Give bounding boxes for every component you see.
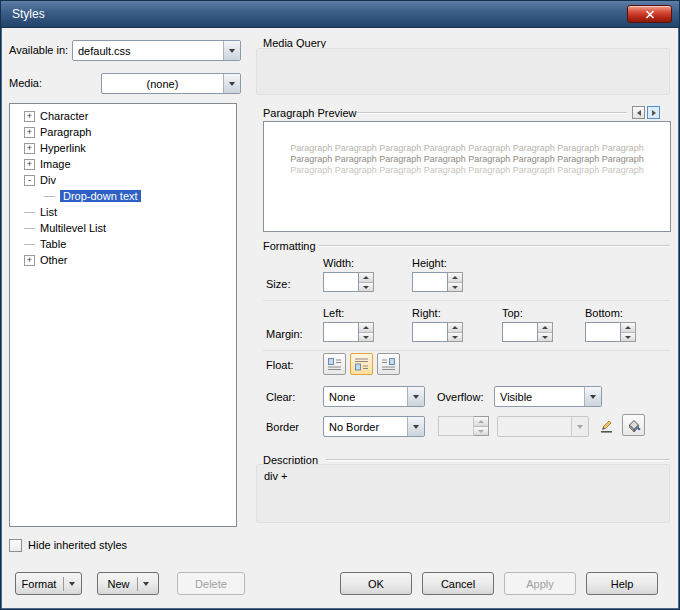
spin-down-icon[interactable] xyxy=(359,283,373,292)
spin-down-icon xyxy=(474,427,488,436)
expand-plus-icon[interactable]: + xyxy=(24,255,35,266)
width-label: Width: xyxy=(323,257,354,269)
paragraph-preview-box: Paragraph Paragraph Paragraph Paragraph … xyxy=(263,121,671,232)
available-in-value: default.css xyxy=(73,45,223,57)
new-button[interactable]: New xyxy=(97,572,159,595)
spin-up-icon[interactable] xyxy=(621,323,635,333)
tree-item-div[interactable]: - Div xyxy=(10,172,236,188)
tree-item-label: Hyperlink xyxy=(40,142,86,154)
tree-item-other[interactable]: + Other xyxy=(10,252,236,268)
tree-item-label: List xyxy=(40,206,57,218)
chevron-down-icon[interactable] xyxy=(584,387,601,406)
paint-bucket-icon xyxy=(626,418,641,433)
margin-right-field[interactable] xyxy=(412,322,448,342)
cancel-button[interactable]: Cancel xyxy=(422,572,494,595)
border-label: Border xyxy=(266,421,299,433)
title-bar[interactable]: Styles xyxy=(1,1,679,28)
margin-bottom-field[interactable] xyxy=(585,322,621,342)
chevron-down-icon[interactable] xyxy=(223,41,240,60)
expand-plus-icon[interactable]: + xyxy=(24,159,35,170)
spin-up-icon[interactable] xyxy=(538,323,552,333)
spin-up-icon xyxy=(474,417,488,427)
float-none-button[interactable] xyxy=(350,353,373,375)
float-label: Float: xyxy=(266,359,294,371)
tree-connector xyxy=(24,244,35,245)
clear-label: Clear: xyxy=(266,391,295,403)
close-button[interactable] xyxy=(627,5,672,23)
margin-left-field[interactable] xyxy=(323,322,359,342)
tree-item-character[interactable]: + Character xyxy=(10,108,236,124)
border-style-select[interactable]: No Border xyxy=(323,416,425,437)
chevron-down-icon xyxy=(143,582,149,586)
margin-bottom-spinner xyxy=(621,322,636,342)
spin-up-icon[interactable] xyxy=(448,323,462,333)
margin-right-spinner xyxy=(448,322,463,342)
tree-item-multilevel-list[interactable]: Multilevel List xyxy=(10,220,236,236)
spin-down-icon[interactable] xyxy=(448,333,462,342)
tree-item-label-selected: Drop-down text xyxy=(60,190,141,202)
ok-button[interactable]: OK xyxy=(340,572,412,595)
tree-item-paragraph[interactable]: + Paragraph xyxy=(10,124,236,140)
cancel-button-label: Cancel xyxy=(441,578,475,590)
spin-down-icon[interactable] xyxy=(359,333,373,342)
overflow-value: Visible xyxy=(495,391,584,403)
preview-next-button[interactable] xyxy=(647,106,660,119)
chevron-down-icon[interactable] xyxy=(223,74,240,93)
float-left-button[interactable] xyxy=(323,353,346,375)
spin-up-icon[interactable] xyxy=(359,323,373,333)
spin-up-icon[interactable] xyxy=(448,273,462,283)
margin-left-label: Left: xyxy=(323,307,344,319)
expand-plus-icon[interactable]: + xyxy=(24,111,35,122)
chevron-left-icon xyxy=(637,110,641,116)
spin-up-icon[interactable] xyxy=(359,273,373,283)
width-input xyxy=(323,272,374,292)
format-button[interactable]: Format xyxy=(15,572,82,595)
row-divider xyxy=(263,350,670,351)
tree-item-table[interactable]: Table xyxy=(10,236,236,252)
float-right-button[interactable] xyxy=(377,353,400,375)
media-label: Media: xyxy=(9,77,42,89)
styles-tree: + Character + Paragraph + Hyperlink + Im… xyxy=(9,103,237,527)
chevron-down-icon[interactable] xyxy=(407,417,424,436)
expand-plus-icon[interactable]: + xyxy=(24,143,35,154)
available-in-select[interactable]: default.css xyxy=(72,40,241,61)
group-divider xyxy=(357,112,627,114)
margin-bottom-input xyxy=(585,322,636,342)
overflow-select[interactable]: Visible xyxy=(494,386,602,407)
apply-button: Apply xyxy=(504,572,576,595)
spin-down-icon[interactable] xyxy=(448,283,462,292)
preview-prev-button[interactable] xyxy=(632,106,645,119)
width-field[interactable] xyxy=(323,272,359,292)
margin-left-input xyxy=(323,322,374,342)
tree-connector xyxy=(24,212,35,213)
expand-plus-icon[interactable]: + xyxy=(24,127,35,138)
shading-bucket-button[interactable] xyxy=(622,414,645,436)
height-field[interactable] xyxy=(412,272,448,292)
media-value: (none) xyxy=(102,78,223,90)
preview-line: Paragraph Paragraph Paragraph Paragraph … xyxy=(264,154,670,165)
delete-button: Delete xyxy=(177,572,245,595)
hide-inherited-checkbox[interactable] xyxy=(9,539,22,552)
media-select[interactable]: (none) xyxy=(101,73,241,94)
available-in-label: Available in: xyxy=(9,44,68,56)
margin-top-field[interactable] xyxy=(502,322,538,342)
tree-connector xyxy=(24,228,35,229)
spin-down-icon[interactable] xyxy=(538,333,552,342)
window-title: Styles xyxy=(12,7,45,21)
clear-value: None xyxy=(324,391,407,403)
tree-item-list[interactable]: List xyxy=(10,204,236,220)
clear-select[interactable]: None xyxy=(323,386,425,407)
tree-item-hyperlink[interactable]: + Hyperlink xyxy=(10,140,236,156)
margin-label: Margin: xyxy=(266,328,303,340)
collapse-minus-icon[interactable]: - xyxy=(24,175,35,186)
delete-button-label: Delete xyxy=(195,578,227,590)
tree-item-image[interactable]: + Image xyxy=(10,156,236,172)
margin-bottom-label: Bottom: xyxy=(585,307,623,319)
chevron-down-icon[interactable] xyxy=(407,387,424,406)
spin-down-icon[interactable] xyxy=(621,333,635,342)
height-input xyxy=(412,272,463,292)
tree-item-drop-down-text[interactable]: Drop-down text xyxy=(10,188,236,204)
help-button[interactable]: Help xyxy=(586,572,658,595)
border-pencil-button[interactable] xyxy=(595,414,618,436)
tree-item-label: Other xyxy=(40,254,68,266)
